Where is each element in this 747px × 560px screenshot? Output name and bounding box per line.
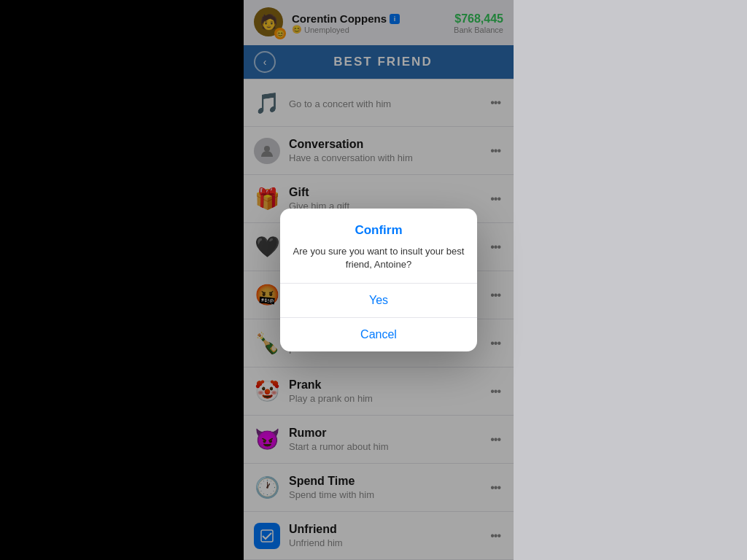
left-panel xyxy=(0,0,244,560)
right-panel xyxy=(514,0,747,560)
confirm-dialog: Confirm Are you sure you want to insult … xyxy=(280,209,477,351)
dialog-body: Confirm Are you sure you want to insult … xyxy=(280,209,477,283)
dialog-cancel-button[interactable]: Cancel xyxy=(280,318,477,351)
dialog-yes-button[interactable]: Yes xyxy=(280,284,477,318)
dialog-overlay: Confirm Are you sure you want to insult … xyxy=(244,0,514,560)
dialog-buttons: Yes Cancel xyxy=(280,283,477,351)
app-container: 🧑 😊 Corentin Coppens i 😊 Unemployed $768… xyxy=(244,0,514,560)
dialog-title: Confirm xyxy=(292,223,465,238)
dialog-message: Are you sure you want to insult your bes… xyxy=(292,245,465,271)
